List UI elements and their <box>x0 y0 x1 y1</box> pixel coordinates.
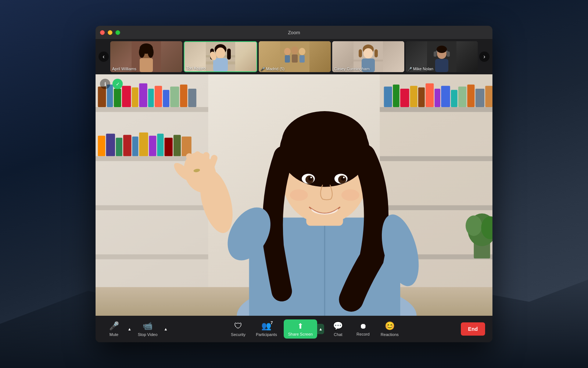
mute-arrow-button[interactable]: ▲ <box>126 325 133 333</box>
end-button[interactable]: End <box>461 322 485 336</box>
svg-rect-80 <box>467 85 474 107</box>
svg-rect-49 <box>155 86 162 107</box>
thumbnail-label-tori: Tori Kojuro <box>186 66 206 70</box>
thumbnail-label-casey: Casey Cunningham <box>334 67 370 71</box>
window-title: Zoom <box>288 30 300 35</box>
toolbar: 🎤 Mute ▲ 📹 Stop Video ▲ 🛡 Security 👥7 <box>96 316 492 342</box>
svg-point-25 <box>363 48 373 59</box>
chat-label: Chat <box>334 332 342 337</box>
participants-button[interactable]: 👥7 Participants <box>252 319 280 339</box>
chat-icon: 💬 <box>333 321 343 331</box>
main-video-area: ℹ ✓ <box>96 74 492 316</box>
svg-rect-38 <box>96 107 208 112</box>
svg-rect-52 <box>180 85 187 107</box>
next-nav-button[interactable]: › <box>479 52 490 62</box>
svg-rect-31 <box>447 52 450 57</box>
share-screen-icon: ⬆ <box>297 322 304 330</box>
toolbar-right: End <box>461 322 485 336</box>
svg-point-3 <box>139 47 145 58</box>
svg-rect-19 <box>292 54 298 63</box>
security-icon: 🛡 <box>234 321 242 331</box>
participants-label: Participants <box>256 332 277 337</box>
svg-rect-67 <box>380 156 492 161</box>
svg-rect-61 <box>157 134 164 156</box>
video-arrow-button[interactable]: ▲ <box>163 325 169 333</box>
svg-point-86 <box>466 216 482 236</box>
svg-rect-50 <box>163 90 169 107</box>
svg-rect-58 <box>132 137 139 156</box>
thumbnail-label-madrid: 🎤 Madrid (5) <box>261 67 284 71</box>
svg-rect-13 <box>213 58 228 72</box>
participants-count: 7 <box>270 321 273 325</box>
thumbnail-madrid[interactable]: 🎤 Madrid (5) <box>259 41 331 72</box>
svg-rect-64 <box>182 137 191 156</box>
svg-rect-26 <box>359 49 362 57</box>
share-screen-arrow-button[interactable]: ▲ <box>317 324 324 334</box>
chat-button[interactable]: 💬 Chat <box>327 319 349 339</box>
mute-button[interactable]: 🎤 Mute <box>103 319 125 339</box>
info-button[interactable]: ℹ <box>100 79 110 89</box>
svg-rect-72 <box>400 89 409 107</box>
svg-point-114 <box>341 189 359 201</box>
svg-rect-70 <box>384 86 392 107</box>
reactions-icon: 😊 <box>385 321 395 331</box>
record-icon: ⏺ <box>359 322 367 330</box>
participants-icon: 👥7 <box>261 321 271 331</box>
svg-rect-74 <box>418 88 425 107</box>
maximize-button[interactable] <box>115 30 120 35</box>
bookshelf-background <box>96 74 492 316</box>
svg-rect-42 <box>98 86 106 107</box>
thumbnail-april-williams[interactable]: April Williams <box>110 41 182 72</box>
security-button[interactable]: 🛡 Security <box>227 319 249 339</box>
reactions-button[interactable]: 😊 Reactions <box>377 319 402 339</box>
svg-rect-56 <box>116 138 122 156</box>
minimize-button[interactable] <box>108 30 112 35</box>
svg-rect-79 <box>458 86 466 107</box>
svg-point-18 <box>291 46 298 54</box>
prev-nav-button[interactable]: ‹ <box>98 52 109 62</box>
svg-rect-30 <box>434 52 437 57</box>
stop-video-button[interactable]: 📹 Stop Video <box>134 319 161 339</box>
thumbnails-container: April Williams <box>110 41 478 72</box>
video-overlay-controls: ℹ ✓ <box>100 79 123 89</box>
svg-rect-40 <box>96 205 208 210</box>
svg-rect-62 <box>165 138 173 156</box>
svg-point-113 <box>290 189 308 201</box>
thumbnail-mike-nolan[interactable]: 🎤 Mike Nolan <box>406 41 478 72</box>
svg-rect-46 <box>132 88 139 107</box>
svg-rect-45 <box>122 86 131 107</box>
svg-rect-63 <box>173 135 181 156</box>
mic-icon: 🎤 <box>109 321 119 331</box>
shield-button[interactable]: ✓ <box>112 79 123 89</box>
share-screen-button[interactable]: ⬆ Share Screen <box>284 319 317 339</box>
svg-point-20 <box>299 48 305 55</box>
svg-rect-17 <box>285 55 290 63</box>
svg-rect-75 <box>426 83 434 107</box>
svg-rect-71 <box>393 85 399 107</box>
svg-point-16 <box>284 48 291 55</box>
svg-rect-53 <box>188 89 196 107</box>
svg-rect-44 <box>114 89 121 107</box>
thumbnail-casey-cunningham[interactable]: Casey Cunningham <box>332 41 404 72</box>
svg-rect-59 <box>139 132 148 156</box>
svg-rect-66 <box>380 107 492 112</box>
svg-rect-60 <box>149 136 156 156</box>
room-svg <box>96 74 492 316</box>
svg-point-10 <box>216 47 225 59</box>
svg-rect-68 <box>380 205 492 210</box>
stop-video-label: Stop Video <box>138 332 158 337</box>
thumbnail-label-april: April Williams <box>112 67 136 71</box>
svg-point-94 <box>282 111 368 173</box>
share-screen-label: Share Screen <box>288 332 313 336</box>
record-button[interactable]: ⏺ Record <box>352 320 374 339</box>
svg-point-4 <box>148 47 154 58</box>
svg-rect-54 <box>98 136 105 156</box>
thumbnail-tori-kojuro[interactable]: Tori Kojuro <box>184 41 257 72</box>
titlebar: Zoom <box>96 26 492 39</box>
svg-rect-21 <box>300 55 305 63</box>
svg-point-112 <box>343 177 344 178</box>
svg-rect-77 <box>441 86 450 107</box>
toolbar-center: 🛡 Security 👥7 Participants ⬆ Share Scree… <box>169 319 460 339</box>
svg-rect-5 <box>140 58 153 72</box>
close-button[interactable] <box>100 30 105 35</box>
